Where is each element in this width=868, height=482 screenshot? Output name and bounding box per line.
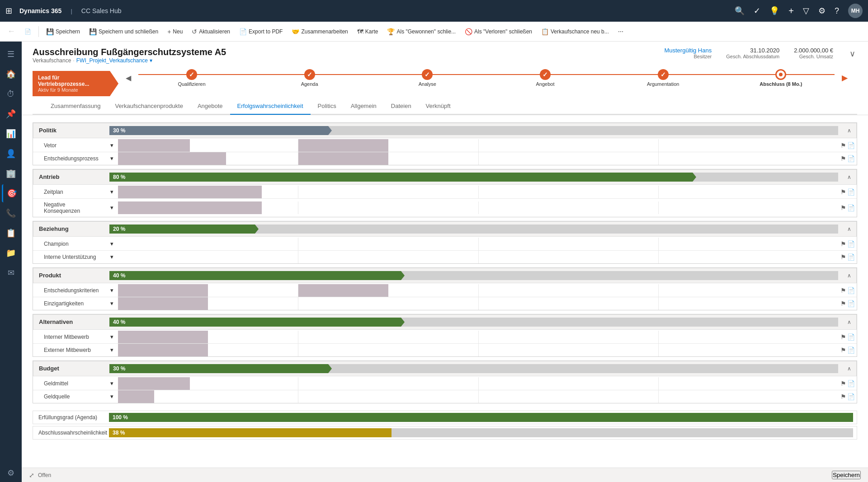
section-produkt-collapse[interactable]: ∧ <box>842 272 856 279</box>
flag-icon-interne-unterstutzung[interactable]: ⚑ <box>840 253 846 261</box>
section-politik-collapse[interactable]: ∧ <box>842 127 856 134</box>
doc-icon-interner-mitbewerb[interactable]: 📄 <box>847 333 855 341</box>
subrow-geldquelle-dropdown[interactable]: ▾ <box>105 393 118 400</box>
doc-icon-zeitplan[interactable]: 📄 <box>847 188 855 196</box>
flag-icon-entscheidungsprozess[interactable]: ⚑ <box>840 155 846 162</box>
tab-erfolgswahrscheinlichkeit[interactable]: Erfolgswahrscheinlichkeit <box>230 98 311 115</box>
subrow-interner-mitbewerb-dropdown[interactable]: ▾ <box>105 333 118 340</box>
tab-verkaufschancenprodukte[interactable]: Verkaufschancenprodukte <box>108 98 190 115</box>
sidebar-item-dashboard[interactable]: 📊 <box>2 125 20 143</box>
tab-verknupft[interactable]: Verknüpft <box>419 98 458 115</box>
sidebar-item-accounts[interactable]: 🏢 <box>2 164 20 183</box>
section-antrieb-collapse[interactable]: ∧ <box>842 174 856 180</box>
subrow-einzigartigkeiten-dropdown[interactable]: ▾ <box>105 300 118 307</box>
flag-icon-champion[interactable]: ⚑ <box>840 240 846 248</box>
doc-icon-interne-unterstutzung[interactable]: 📄 <box>847 253 855 261</box>
doc-icon-vetor[interactable]: 📄 <box>847 142 855 149</box>
flag-icon-vetor[interactable]: ⚑ <box>840 142 846 149</box>
sidebar-item-recent[interactable]: ⏱ <box>2 85 20 103</box>
status-save-button[interactable]: Speichern <box>832 471 861 479</box>
stage-abschluss[interactable]: Abschluss (8 Mo.) <box>722 69 840 87</box>
flag-icon-interner-mitbewerb[interactable]: ⚑ <box>840 333 846 341</box>
subrow-geldmittel-dropdown[interactable]: ▾ <box>105 380 118 387</box>
sidebar-item-calls[interactable]: 📞 <box>2 204 20 222</box>
help-icon[interactable]: ? <box>835 6 839 16</box>
stage-qualifizieren[interactable]: ✓ Qualifizieren <box>133 69 251 87</box>
flag-icon-einzigartigkeiten[interactable]: ⚑ <box>840 300 846 307</box>
sidebar-item-settings[interactable]: ⚙ <box>2 464 20 482</box>
stage-next-button[interactable]: ▶ <box>840 74 849 82</box>
subrow-zeitplan-dropdown[interactable]: ▾ <box>105 188 118 195</box>
flag-icon-geldquelle[interactable]: ⚑ <box>840 393 846 400</box>
page-type-button[interactable]: 📄 <box>21 27 35 37</box>
doc-icon-einzigartigkeiten[interactable]: 📄 <box>847 300 855 307</box>
subrow-entscheidungsprozess-dropdown[interactable]: ▾ <box>105 155 118 162</box>
tab-politics[interactable]: Politics <box>311 98 344 115</box>
section-beziehung-collapse[interactable]: ∧ <box>842 226 856 232</box>
new-button[interactable]: +Neu <box>164 26 186 37</box>
search-icon[interactable]: 🔍 <box>735 6 745 16</box>
sidebar-item-home[interactable]: 🏠 <box>2 65 20 83</box>
won-button[interactable]: 🏆Als "Gewonnen" schlie... <box>383 26 459 37</box>
map-button[interactable]: 🗺Karte <box>354 26 382 37</box>
stage-agenda[interactable]: ✓ Agenda <box>250 69 368 87</box>
flag-icon-negative-konsequenzen[interactable]: ⚑ <box>840 204 846 211</box>
doc-icon-externer-mitbewerb[interactable]: 📄 <box>847 346 855 354</box>
stage-angebot[interactable]: ✓ Angebot <box>486 69 604 87</box>
doc-icon-geldmittel[interactable]: 📄 <box>847 380 855 387</box>
lead-banner[interactable]: Lead für Vertriebsprozesse... Aktiv für … <box>33 71 118 96</box>
settings-icon[interactable]: ⚙ <box>818 6 826 16</box>
collaborate-button[interactable]: 🤝Zusammenarbeiten <box>288 26 351 37</box>
stage-argumentation[interactable]: ✓ Argumentation <box>604 69 722 87</box>
flag-icon-zeitplan[interactable]: ⚑ <box>840 188 846 196</box>
stage-analyse[interactable]: ✓ Analyse <box>368 69 486 87</box>
section-budget-collapse[interactable]: ∧ <box>842 365 856 372</box>
subrow-champion-dropdown[interactable]: ▾ <box>105 240 118 247</box>
plus-icon[interactable]: + <box>788 6 794 16</box>
lightbulb-icon[interactable]: 💡 <box>769 6 779 16</box>
sidebar-item-tasks[interactable]: 📋 <box>2 224 20 242</box>
flag-icon-entscheidungskriterien[interactable]: ⚑ <box>840 287 846 294</box>
new-opportunity-button[interactable]: 📋Verkaufschance neu b... <box>538 26 613 37</box>
tab-dateien[interactable]: Dateien <box>384 98 419 115</box>
refresh-button[interactable]: ↺Aktualisieren <box>188 26 234 37</box>
tab-angebote[interactable]: Angebote <box>190 98 230 115</box>
subrow-externer-mitbewerb-dropdown[interactable]: ▾ <box>105 346 118 353</box>
sidebar-item-contacts[interactable]: 👤 <box>2 145 20 163</box>
subrow-entscheidungskriterien-dropdown[interactable]: ▾ <box>105 287 118 294</box>
sidebar-item-menu[interactable]: ☰ <box>2 45 20 63</box>
avatar[interactable]: MH <box>848 4 863 18</box>
export-pdf-button[interactable]: 📄Export to PDF <box>236 26 286 37</box>
tab-zusammenfassung[interactable]: Zusammenfassung <box>43 98 108 115</box>
section-alternativen-collapse[interactable]: ∧ <box>842 319 856 325</box>
stage-prev-button[interactable]: ◀ <box>124 74 133 82</box>
filter-icon[interactable]: ▽ <box>803 6 809 16</box>
expand-button[interactable]: ∨ <box>848 47 857 61</box>
subrow-interne-unterstutzung-dropdown[interactable]: ▾ <box>105 253 118 260</box>
tab-allgemein[interactable]: Allgemein <box>344 98 384 115</box>
doc-icon-entscheidungskriterien[interactable]: 📄 <box>847 287 855 294</box>
save-button[interactable]: 💾Speichern <box>42 26 84 37</box>
app-grid-icon[interactable]: ⊞ <box>5 6 12 16</box>
doc-icon-champion[interactable]: 📄 <box>847 240 855 248</box>
lost-button[interactable]: 🚫Als "Verloren" schließen <box>461 26 536 37</box>
save-close-button[interactable]: 💾Speichern und schließen <box>85 26 162 37</box>
more-button[interactable]: ⋯ <box>614 27 627 37</box>
doc-icon-entscheidungsprozess[interactable]: 📄 <box>847 155 855 162</box>
flag-icon-externer-mitbewerb[interactable]: ⚑ <box>840 346 846 354</box>
refresh-icon[interactable]: ✓ <box>754 6 760 16</box>
doc-icon-negative-konsequenzen[interactable]: 📄 <box>847 204 855 211</box>
breadcrumb-chevron[interactable]: ▾ <box>150 57 152 64</box>
flag-icon-geldmittel[interactable]: ⚑ <box>840 380 846 387</box>
owner-value[interactable]: Mustergültig Hans <box>664 47 712 54</box>
back-button[interactable]: ← <box>4 25 19 38</box>
doc-icon-geldquelle[interactable]: 📄 <box>847 393 855 400</box>
sidebar-item-opportunities[interactable]: 🎯 <box>2 184 20 202</box>
sidebar-item-emails[interactable]: ✉ <box>2 264 20 282</box>
expand-icon[interactable]: ⤢ <box>29 472 34 479</box>
subrow-negative-konsequenzen-dropdown[interactable]: ▾ <box>105 204 118 211</box>
sidebar-item-reports[interactable]: 📁 <box>2 244 20 262</box>
breadcrumb-link[interactable]: FWI_Projekt_Verkaufschance <box>76 57 148 64</box>
sidebar-item-pinned[interactable]: 📌 <box>2 105 20 123</box>
subrow-vetor-dropdown[interactable]: ▾ <box>105 142 118 149</box>
